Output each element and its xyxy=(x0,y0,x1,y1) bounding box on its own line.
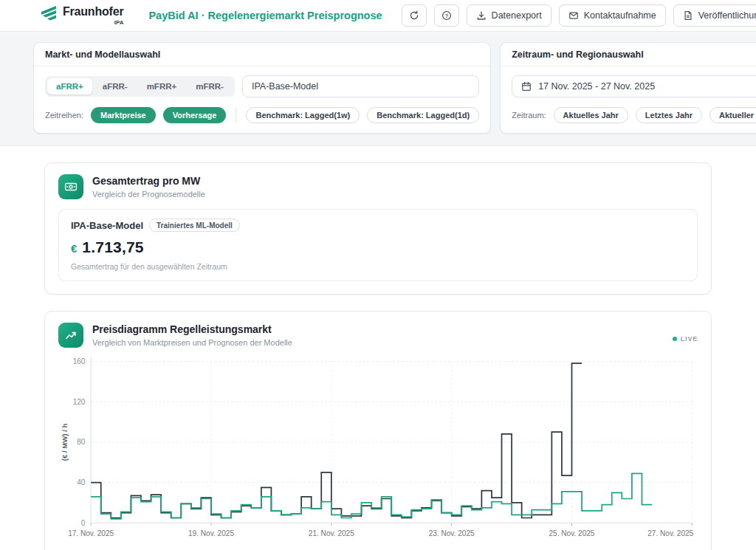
svg-text:17. Nov. 2025: 17. Nov. 2025 xyxy=(68,529,114,537)
kpi-model-badge: Trainiertes ML-Modell xyxy=(149,219,240,232)
vorhersage-toggle[interactable]: Vorhersage xyxy=(163,107,227,123)
live-dot-icon xyxy=(673,337,677,341)
svg-text:23. Nov. 2025: 23. Nov. 2025 xyxy=(429,529,475,537)
svg-text:160: 160 xyxy=(73,357,86,365)
logo-brand-text: Fraunhofer xyxy=(63,6,123,18)
kpi-caption: Gesamtertrag für den ausgewählten Zeitra… xyxy=(71,262,685,271)
zeitraum-label: Zeitraum: xyxy=(512,111,546,120)
market-segmented-control: aFRR+ aFRR- mFRR+ mFRR- xyxy=(45,76,235,97)
trend-up-icon xyxy=(58,323,83,348)
svg-text:27. Nov. 2025: 27. Nov. 2025 xyxy=(647,529,693,537)
price-chart-card: Preisdiagramm Regelleistungsmarkt Vergle… xyxy=(44,311,712,550)
svg-text:21. Nov. 2025: 21. Nov. 2025 xyxy=(309,529,354,537)
date-range-value: 17 Nov. 2025 - 27 Nov. 2025 xyxy=(538,81,655,92)
app-title: PayBid AI · Regelenergiemarkt Preisprogn… xyxy=(148,10,382,21)
document-icon xyxy=(683,10,693,21)
chart-subtitle: Vergleich von Marktpreisen und Prognosen… xyxy=(92,338,292,347)
svg-text:19. Nov. 2025: 19. Nov. 2025 xyxy=(188,529,234,537)
kpi-title: Gesamtertrag pro MW xyxy=(92,175,205,187)
live-badge: LIVE xyxy=(673,335,698,343)
range-letztes-jahr[interactable]: Letztes Jahr xyxy=(636,107,702,123)
benchmark-lagged-1d-toggle[interactable]: Benchmark: Lagged(1d) xyxy=(367,107,479,123)
marktpreise-toggle[interactable]: Marktpreise xyxy=(91,107,156,123)
model-select-value: IPA-Base-Model xyxy=(252,81,318,92)
kpi-model-panel: IPA-Base-Model Trainiertes ML-Modell € 1… xyxy=(58,209,698,281)
range-aktuelles-jahr[interactable]: Aktuelles Jahr xyxy=(554,107,628,123)
tab-mfrr-plus[interactable]: mFRR+ xyxy=(138,78,186,94)
date-range-input[interactable]: 17 Nov. 2025 - 27 Nov. 2025 xyxy=(512,75,756,97)
zeitreihen-label: Zeitreihen: xyxy=(45,111,83,120)
time-panel-title: Zeitraum- und Regionauswahl xyxy=(501,43,756,66)
price-chart-svg: 0408012016017. Nov. 202519. Nov. 202521.… xyxy=(58,351,698,547)
range-aktueller-monat[interactable]: Aktueller Monat xyxy=(709,107,756,123)
tab-mfrr-minus[interactable]: mFRR- xyxy=(187,78,233,94)
main-content: Gesamtertrag pro MW Vergleich der Progno… xyxy=(0,146,756,550)
fraunhofer-stripes-icon xyxy=(41,6,58,22)
kpi-currency: € xyxy=(71,242,77,255)
logo-sub-text: IPA xyxy=(114,19,124,26)
svg-text:(€ / MW) / h: (€ / MW) / h xyxy=(61,423,69,461)
benchmark-lagged-1w-toggle[interactable]: Benchmark: Lagged(1w) xyxy=(246,107,360,123)
svg-text:120: 120 xyxy=(73,398,86,406)
market-panel-title: Markt- und Modellauswahl xyxy=(34,43,490,66)
datenexport-label: Datenexport xyxy=(492,10,542,21)
time-region-panel: Zeitraum- und Regionauswahl 17 Nov. 2025… xyxy=(500,42,756,134)
banknote-icon xyxy=(58,174,83,199)
calendar-icon xyxy=(521,81,532,92)
market-model-panel: Markt- und Modellauswahl aFRR+ aFRR- mFR… xyxy=(33,42,491,134)
kpi-card: Gesamtertrag pro MW Vergleich der Progno… xyxy=(44,162,712,295)
download-icon xyxy=(476,10,487,21)
kpi-subtitle: Vergleich der Prognosemodelle xyxy=(92,190,205,199)
chart-title: Preisdiagramm Regelleistungsmarkt xyxy=(92,323,292,335)
mail-icon xyxy=(568,10,579,21)
header-actions: ? Datenexport Kontaktaufnahme xyxy=(402,4,756,27)
help-icon: ? xyxy=(441,10,452,21)
kontaktaufnahme-label: Kontaktaufnahme xyxy=(584,10,656,21)
refresh-button[interactable] xyxy=(402,4,427,27)
refresh-icon xyxy=(409,10,419,21)
svg-text:?: ? xyxy=(444,13,448,19)
veroeffentlichung-button[interactable]: Veröffentlichung xyxy=(673,4,756,27)
tab-afrr-minus[interactable]: aFRR- xyxy=(94,78,137,94)
tab-afrr-plus[interactable]: aFRR+ xyxy=(47,78,92,94)
fraunhofer-logo: Fraunhofer IPA xyxy=(41,6,123,26)
pill-divider xyxy=(236,108,236,123)
top-bar: Fraunhofer IPA PayBid AI · Regelenergiem… xyxy=(0,0,756,32)
veroeffentlichung-label: Veröffentlichung xyxy=(698,10,756,21)
svg-text:80: 80 xyxy=(77,438,86,446)
svg-text:25. Nov. 2025: 25. Nov. 2025 xyxy=(549,529,594,537)
help-button[interactable]: ? xyxy=(434,4,459,27)
model-select[interactable]: IPA-Base-Model xyxy=(242,75,479,97)
svg-text:0: 0 xyxy=(81,519,86,527)
live-label: LIVE xyxy=(681,335,698,343)
svg-text:40: 40 xyxy=(77,478,86,487)
kontaktaufnahme-button[interactable]: Kontaktaufnahme xyxy=(559,4,666,27)
kpi-value: 1.713,75 xyxy=(82,238,143,256)
kpi-model-name: IPA-Base-Model xyxy=(71,220,143,231)
datenexport-button[interactable]: Datenexport xyxy=(467,4,551,27)
filter-band: Markt- und Modellauswahl aFRR+ aFRR- mFR… xyxy=(0,32,756,146)
